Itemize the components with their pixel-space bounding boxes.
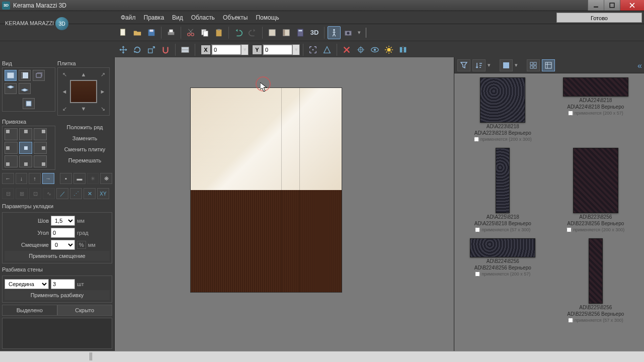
catalog-grid[interactable]: AD\A223\8218AD\A223\8218 Верньероприменя… [454, 73, 644, 351]
dropdown-arrow-icon[interactable]: ▾ [356, 29, 363, 36]
ruler-h-icon[interactable]: ⊟ [2, 188, 14, 199]
view-dd[interactable]: ▾ [515, 62, 518, 68]
apply-razb-button[interactable]: Применить разбивку [5, 290, 110, 300]
view-btn-4[interactable] [5, 83, 17, 94]
close-button[interactable] [620, 0, 644, 11]
sort-dd[interactable]: ▾ [488, 62, 491, 68]
razb-count-input[interactable] [51, 279, 75, 289]
minimize-button[interactable] [588, 0, 604, 11]
mirror-icon[interactable] [396, 43, 410, 56]
grid-snap-icon[interactable] [306, 43, 319, 56]
open-folder-icon[interactable] [131, 26, 144, 39]
eye-icon[interactable] [368, 43, 381, 56]
tile-arrow-down[interactable]: ▼ [70, 104, 97, 113]
undo-icon[interactable] [232, 26, 245, 39]
calculator-icon[interactable] [294, 26, 307, 39]
tile-thumb[interactable] [480, 77, 525, 123]
grid-view-icon[interactable] [527, 59, 540, 71]
menu-objects[interactable]: Объекты [219, 12, 252, 23]
triangle-icon[interactable] [320, 43, 334, 56]
cut-icon[interactable] [184, 26, 197, 39]
cross-icon[interactable]: ✕ [84, 188, 96, 199]
view-btn-2[interactable] [19, 70, 31, 81]
view-3d-icon[interactable]: 3D [308, 26, 321, 39]
catalog-tile[interactable]: AD\A223\8218AD\A223\8218 Верньероприменя… [458, 77, 547, 142]
xy-icon[interactable]: XY [97, 188, 109, 199]
catalog-tile[interactable]: AD\A224\8218AD\A224\8218 Верньероприменя… [551, 77, 640, 142]
sun-icon[interactable] [382, 43, 395, 56]
move-icon[interactable] [117, 43, 130, 56]
tile-used-checkbox[interactable] [475, 272, 480, 277]
action-change-tile[interactable]: Сменить плитку [57, 145, 112, 154]
filter-icon[interactable] [457, 59, 470, 71]
view-btn-6[interactable] [23, 98, 35, 109]
wall-preview[interactable] [190, 87, 342, 293]
paste-icon[interactable] [212, 26, 225, 39]
anchor-mc[interactable] [19, 142, 32, 154]
tile-thumb[interactable] [573, 148, 618, 213]
anchor-mr[interactable] [34, 142, 47, 154]
menu-area[interactable]: Область [187, 12, 219, 23]
pct-button[interactable]: % [77, 241, 86, 249]
print-icon[interactable] [165, 26, 178, 39]
view-front-icon[interactable] [266, 26, 279, 39]
action-shuffle[interactable]: Перемешать [57, 156, 112, 165]
ugol-input[interactable] [51, 228, 75, 238]
dir-right-icon[interactable]: → [42, 173, 54, 184]
y-input-wrap[interactable]: ▾ [263, 44, 300, 55]
anchor-tr[interactable] [34, 128, 47, 140]
dir-up-icon[interactable]: ↑ [29, 173, 41, 184]
anchor-bc[interactable] [19, 155, 32, 167]
walk-icon[interactable] [328, 26, 341, 39]
anchor-tc[interactable] [19, 128, 32, 140]
tab-selected[interactable]: Выделено [2, 305, 57, 315]
catalog-tile[interactable]: AD\B225\8256AD\B225\8256 Верньероприменя… [551, 238, 640, 323]
rotate-icon[interactable] [131, 43, 144, 56]
view-btn-3[interactable] [33, 70, 45, 81]
tile-used-checkbox[interactable] [568, 318, 573, 323]
tile-arrow-right[interactable]: ► [98, 80, 107, 103]
tile-thumbnail[interactable] [70, 80, 97, 103]
ruler-v-icon[interactable]: ⊞ [16, 188, 28, 199]
tile-used-checkbox[interactable] [568, 111, 573, 116]
menu-edit[interactable]: Правка [140, 12, 169, 23]
y-input[interactable] [263, 45, 292, 55]
tile-corner-bl[interactable]: ↙ [60, 104, 69, 113]
catalog-tile[interactable]: AD\A225\8218AD\A225\8218 Верньероприменя… [458, 148, 547, 232]
catalog-tile[interactable]: AD\B224\8256AD\B224\8256 Верньероприменя… [458, 238, 547, 323]
line2-icon[interactable]: ⋰ [70, 188, 82, 199]
sort-icon[interactable] [472, 59, 486, 71]
layout-2-icon[interactable]: ▬ [73, 173, 86, 184]
target-icon[interactable] [354, 43, 367, 56]
tile-arrow-up[interactable]: ▲ [70, 70, 97, 79]
menu-view[interactable]: Вид [168, 12, 187, 23]
layout-3-icon[interactable]: ✳ [87, 173, 99, 184]
anchor-bl[interactable] [5, 155, 18, 167]
collapse-right-icon[interactable]: « [637, 61, 642, 70]
smesh-input[interactable]: 0 [51, 240, 75, 250]
tile-used-checkbox[interactable] [567, 227, 572, 232]
tab-hidden[interactable]: Скрыто [57, 305, 113, 315]
view-thumbs-icon[interactable] [500, 59, 513, 71]
redo-icon[interactable] [246, 26, 259, 39]
camera-icon[interactable] [342, 26, 355, 39]
anchor-tl[interactable] [5, 128, 18, 140]
menu-file[interactable]: Файл [117, 12, 140, 23]
maximize-button[interactable] [604, 0, 620, 11]
table-icon[interactable]: ⊡ [29, 188, 41, 199]
tile-arrow-left[interactable]: ◄ [60, 80, 69, 103]
grid-icon[interactable] [179, 43, 192, 56]
line1-icon[interactable]: ／ [56, 188, 68, 199]
anchor-ml[interactable] [5, 142, 18, 154]
splitter-handle[interactable] [90, 352, 93, 360]
x-input-wrap[interactable]: ▾ [211, 44, 249, 55]
view-btn-1[interactable] [5, 70, 17, 81]
new-file-icon[interactable] [117, 26, 130, 39]
tile-thumb[interactable] [563, 77, 628, 97]
tile-corner-tl[interactable]: ↖ [60, 70, 69, 79]
action-replace[interactable]: Заменить [57, 134, 112, 143]
snap-icon[interactable] [159, 43, 172, 56]
razb-mode-select[interactable]: Середина [5, 279, 49, 289]
layout-1-icon[interactable]: ▪ [60, 173, 72, 184]
scale-icon[interactable] [145, 43, 158, 56]
